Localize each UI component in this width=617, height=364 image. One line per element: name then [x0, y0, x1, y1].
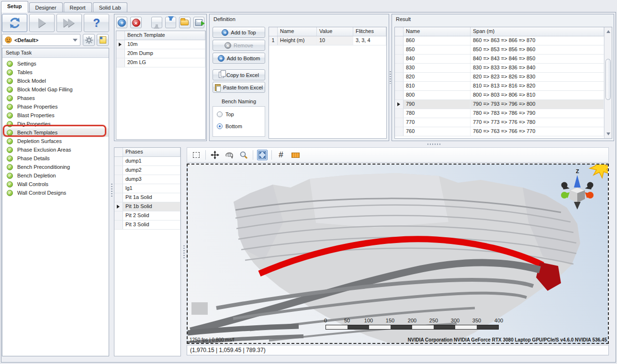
phase-row[interactable]: dump2 [114, 166, 180, 175]
result-row[interactable]: 800800 => 803 => 806 => 810 [395, 91, 604, 100]
phase-row[interactable]: lg1 [114, 184, 180, 193]
tab-solid-lab[interactable]: Solid Lab [93, 2, 127, 12]
def-col-flitches[interactable]: Flitches [353, 27, 386, 36]
copy-icon [219, 72, 224, 78]
bench-naming-group: Top Bottom [213, 106, 265, 137]
task-item-phase-properties[interactable]: Phase Properties [2, 102, 109, 111]
task-item-label: Phase Properties [17, 104, 57, 110]
add-icon [118, 19, 126, 27]
viewport-container: # [187, 147, 609, 356]
phase-row[interactable]: Pit 2 Solid [114, 211, 180, 221]
result-row[interactable]: 810810 => 813 => 816 => 820 [395, 82, 604, 91]
radio-top[interactable]: Top [217, 110, 261, 118]
run-all-button[interactable] [56, 14, 82, 32]
task-item-label: Bench Preconditioning [17, 164, 70, 170]
splitter-left[interactable] [110, 14, 113, 356]
orbit-tool-button[interactable] [224, 150, 235, 160]
radio-bottom[interactable]: Bottom [217, 122, 261, 130]
scale-label: 400 [489, 318, 508, 323]
result-col-name[interactable]: Name [404, 27, 471, 36]
remove-icon [224, 42, 231, 49]
bench-template-column-header[interactable]: Bench Template [125, 31, 205, 40]
export-template-button[interactable] [193, 17, 204, 28]
scroll-up-icon[interactable] [606, 30, 610, 33]
task-item-bench-depletion[interactable]: Bench Depletion [2, 171, 109, 180]
task-item-phase-details[interactable]: Phase Details [2, 154, 109, 163]
add-to-top-button[interactable]: Add to Top [213, 27, 265, 38]
task-item-block-model[interactable]: Block Model [2, 77, 109, 85]
phase-row[interactable]: Pit 1a Solid [114, 193, 180, 202]
grid-toggle-button[interactable]: # [276, 150, 286, 160]
check-icon [7, 173, 13, 179]
add-template-button[interactable] [116, 17, 127, 28]
scrollbar-thumb[interactable] [606, 59, 611, 100]
task-item-dig-properties[interactable]: Dig Properties [2, 120, 109, 128]
task-item-settings[interactable]: Settings [2, 59, 109, 68]
result-row[interactable]: 860860 => 863 => 866 => 870 [395, 36, 604, 45]
splitter-horizontal[interactable] [114, 142, 614, 146]
result-row[interactable]: 830830 => 833 => 836 => 840 [395, 64, 604, 73]
phase-row[interactable]: Pit 3 Solid [114, 221, 180, 230]
task-item-depletion-surfaces[interactable]: Depletion Surfaces [2, 137, 109, 145]
splitter-phases-viewport[interactable] [181, 147, 186, 356]
result-row-selected[interactable]: 790790 => 793 => 796 => 800 [395, 100, 604, 109]
task-item-wall-controls[interactable]: Wall Controls [2, 180, 109, 188]
task-item-tables[interactable]: Tables [2, 68, 109, 77]
pan-tool-button[interactable] [210, 150, 220, 160]
task-item-bench-preconditioning[interactable]: Bench Preconditioning [2, 163, 109, 171]
tab-designer[interactable]: Designer [29, 2, 63, 12]
delete-template-button[interactable] [130, 17, 141, 28]
notes-button[interactable] [97, 34, 109, 46]
phases-column-header[interactable]: Phases [123, 148, 180, 156]
bench-template-row[interactable]: 10m [116, 40, 205, 49]
def-col-name[interactable]: Name [278, 27, 317, 36]
task-item-label: Bench Templates [17, 130, 57, 135]
definition-row[interactable]: 1 Height (m) 10 3, 3, 4 [269, 36, 386, 45]
move-up-button[interactable] [151, 17, 162, 28]
tab-setup[interactable]: Setup [1, 1, 28, 12]
settings-button[interactable] [83, 34, 95, 46]
def-col-value[interactable]: Value [317, 27, 353, 36]
tab-report[interactable]: Report [64, 2, 92, 12]
profile-dropdown[interactable]: <Default> [2, 34, 80, 46]
result-scrollbar[interactable] [604, 27, 612, 138]
result-row[interactable]: 850850 => 853 => 856 => 860 [395, 45, 604, 55]
result-row[interactable]: 760760 => 763 => 766 => 770 [395, 127, 604, 136]
refresh-button[interactable] [2, 14, 27, 32]
move-down-button[interactable] [165, 17, 176, 28]
selection-rect-icon [193, 152, 200, 158]
task-item-block-model-gap-filling[interactable]: Block Model Gap Filling [2, 85, 109, 94]
bench-template-row[interactable]: 20m LG [116, 58, 205, 67]
paste-from-excel-button[interactable]: Paste from Excel [213, 82, 265, 93]
run-button[interactable] [29, 14, 55, 32]
sun-icon [588, 164, 609, 184]
task-item-blast-properties[interactable]: Blast Properties [2, 111, 109, 120]
remove-button[interactable]: Remove [213, 40, 265, 51]
phase-row[interactable]: dump1 [114, 157, 180, 166]
phase-row[interactable]: dump3 [114, 175, 180, 184]
select-tool-button[interactable] [191, 150, 202, 160]
add-to-bottom-button[interactable]: Add to Bottom [213, 53, 265, 64]
help-button[interactable]: ? [84, 14, 109, 32]
copy-to-excel-button[interactable]: Copy to Excel [213, 69, 265, 80]
zoom-tool-button[interactable] [238, 150, 249, 160]
viewport-canvas[interactable]: 0 50 100 150 200 250 300 350 400 Z [187, 164, 609, 344]
task-item-phase-exclusion-areas[interactable]: Phase Exclusion Areas [2, 145, 109, 154]
open-template-button[interactable] [179, 17, 190, 28]
check-icon [7, 190, 13, 196]
scroll-down-icon[interactable] [606, 132, 610, 135]
result-row[interactable]: 840840 => 843 => 846 => 850 [395, 55, 604, 64]
result-col-span[interactable]: Span (m) [471, 27, 604, 36]
task-item-label: Block Model [17, 78, 46, 84]
task-item-phases[interactable]: Phases [2, 94, 109, 102]
phase-row-selected[interactable]: Pit 1b Solid [114, 202, 180, 211]
task-item-wall-control-designs[interactable]: Wall Control Designs [2, 188, 109, 197]
fast-forward-icon [65, 19, 74, 27]
result-row[interactable]: 780780 => 783 => 786 => 790 [395, 109, 604, 118]
result-row[interactable]: 770770 => 773 => 776 => 780 [395, 118, 604, 127]
result-row[interactable]: 820820 => 823 => 826 => 830 [395, 73, 604, 82]
measure-tool-button[interactable] [290, 150, 301, 160]
task-item-bench-templates[interactable]: Bench Templates [2, 128, 109, 137]
fit-to-screen-button[interactable] [257, 150, 268, 160]
bench-template-row[interactable]: 20m Dump [116, 49, 205, 58]
